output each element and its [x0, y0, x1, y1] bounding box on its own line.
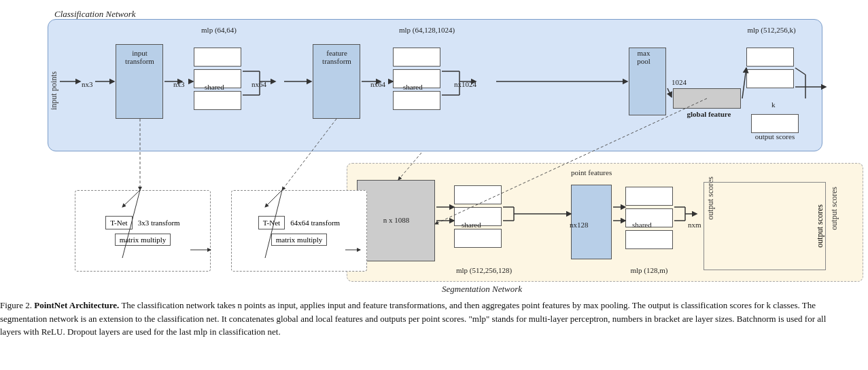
- input-transform-label: inputtransform: [114, 49, 165, 65]
- tnet-group-1: T-Net 3x3 transform matrix multiply: [75, 190, 211, 272]
- mlp-stack-1: [194, 48, 241, 110]
- mlp-512256k-label: mlp (512,256,k): [737, 26, 805, 34]
- output-scores-top-box: [751, 114, 799, 133]
- output-scores-seg-rotated: output scores: [812, 204, 825, 248]
- matrix-multiply-box-1: matrix multiply: [115, 234, 171, 246]
- mlp-box-1a: [194, 48, 241, 67]
- point-features-label: point features: [571, 168, 707, 177]
- nx64-label-1: nx64: [251, 80, 266, 88]
- diagram: Classification Network input points nx3 …: [14, 7, 854, 299]
- segmentation-label: Segmentation Network: [442, 284, 522, 295]
- mlp-box-3b: [746, 69, 794, 88]
- val-1024-label: 1024: [672, 78, 687, 86]
- transform-64x64-label: 64x64 transform: [290, 219, 340, 227]
- feature-transform-label: featuretransform: [311, 49, 362, 65]
- nx1024-label: nx1024: [454, 80, 476, 88]
- tnet-group-2: T-Net 64x64 transform matrix multiply: [231, 190, 367, 272]
- input-points-label: input points: [49, 71, 59, 110]
- shared-1-label: shared: [205, 83, 224, 91]
- matrix-multiply-box-2: matrix multiply: [271, 234, 328, 246]
- global-feature-bar: [673, 88, 741, 109]
- seg-output-border: output scores: [704, 182, 826, 270]
- nx128-label: nx128: [570, 221, 589, 229]
- mlp-641281024-label: mlp (64,128,1024): [386, 26, 468, 34]
- figure-caption: Figure 2. PointNet Architecture. The cla…: [0, 299, 836, 339]
- output-scores-seg-label-2: output scores: [829, 187, 839, 230]
- nx3-label-1: nx3: [82, 80, 93, 88]
- mlp-stack-seg-2: [625, 187, 673, 249]
- mlp-6464-label: mlp (64,64): [192, 26, 246, 34]
- mlp-box-s2c: [625, 230, 673, 249]
- nx64-label-2: nx64: [370, 80, 385, 88]
- shared-2-label: shared: [403, 83, 423, 91]
- mlp-box-2c: [393, 91, 440, 110]
- mlp-box-s1a: [454, 185, 502, 204]
- nx3-label-2: nx3: [173, 80, 185, 88]
- mlp-box-3a: [746, 48, 794, 67]
- mlp-stack-seg-1: [454, 185, 502, 248]
- shared-4-label: shared: [632, 221, 652, 229]
- mlp-stack-2: [393, 48, 440, 110]
- global-feature-label: global feature: [672, 110, 746, 118]
- mlp-box-s2a: [625, 187, 673, 206]
- transform-3x3-label: 3x3 transform: [138, 219, 180, 227]
- maxpool-label: maxpool: [623, 49, 664, 65]
- k-label: k: [771, 100, 776, 109]
- mlp-box-s1c: [454, 229, 502, 248]
- figure-title: PointNet Architecture.: [34, 300, 119, 310]
- mlp-box-2a: [393, 48, 440, 67]
- tnet-box-2: T-Net: [258, 216, 285, 229]
- nxm-label: nxm: [688, 221, 701, 229]
- shared-3-label: shared: [462, 221, 481, 229]
- mlp-box-1c: [194, 91, 241, 110]
- output-scores-top-label: output scores: [737, 132, 812, 141]
- tnet-box-1: T-Net: [105, 216, 132, 229]
- caption-text: The classification network takes n point…: [0, 300, 826, 337]
- mlp-stack-3: [746, 48, 794, 88]
- nx1088-label: n x 1088: [359, 216, 434, 224]
- mlp-128m-label: mlp (128,m): [608, 266, 690, 274]
- figure-number: Figure 2.: [0, 300, 32, 310]
- mlp-512256128-label: mlp (512,256,128): [436, 266, 532, 274]
- classification-label: Classification Network: [54, 9, 136, 20]
